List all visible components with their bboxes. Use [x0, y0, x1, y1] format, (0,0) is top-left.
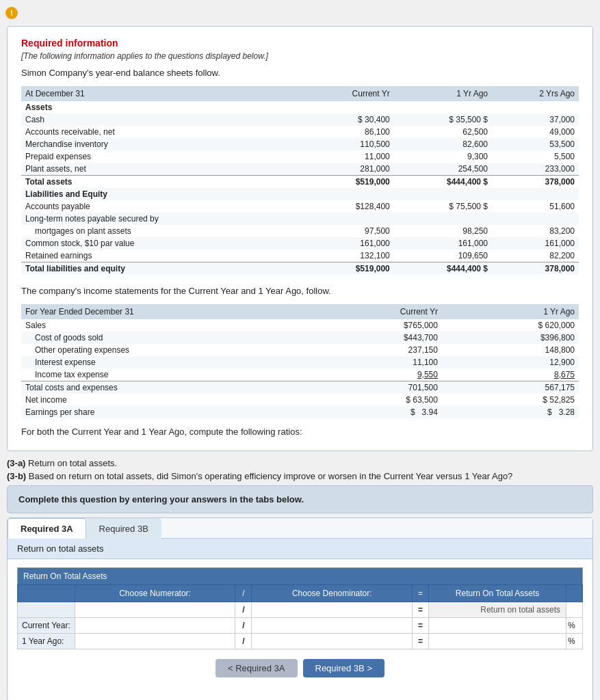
tab-required-3a[interactable]: Required 3A	[8, 518, 86, 539]
col-numerator-header: Choose Numerator:	[75, 585, 235, 602]
nav-buttons-row: < Required 3A Required 3B >	[17, 649, 583, 690]
table-row: Other operating expenses 237,150 148,800	[21, 344, 579, 356]
table-row: Plant assets, net 281,000 254,500 233,00…	[21, 163, 579, 176]
tab-bar: Required 3A Required 3B	[8, 518, 592, 539]
current-denominator-input[interactable]	[255, 620, 409, 631]
prev-button[interactable]: < Required 3A	[216, 659, 297, 677]
answer-table: Return On Total Assets Choose Numerator:…	[17, 567, 583, 649]
liabilities-equity-label: Liabilities and Equity	[21, 188, 302, 200]
questions-section: (3-a) Return on total assets. (3-b) Base…	[7, 458, 593, 481]
total-assets-row: Total assets $519,000 $444,400 $ 378,000	[21, 176, 579, 189]
table-row: Accounts receivable, net 86,100 62,500 4…	[21, 126, 579, 138]
next-button[interactable]: Required 3B >	[303, 659, 384, 677]
one-year-denominator-cell[interactable]	[252, 634, 413, 649]
one-year-numerator-cell[interactable]	[75, 634, 235, 649]
col-denominator-header: Choose Denominator:	[252, 585, 413, 602]
table-row: Prepaid expenses 11,000 9,300 5,500	[21, 150, 579, 163]
q3a-label: (3-a)	[7, 458, 25, 468]
table-row: Earnings per share $ 3.94 $ 3.28	[21, 406, 579, 418]
current-result-cell	[429, 618, 566, 634]
complete-banner: Complete this question by entering your …	[7, 485, 593, 513]
assets-label: Assets	[21, 101, 302, 113]
result-header-row: / = Return on total assets	[18, 602, 583, 618]
required-info-section: Required information [The following info…	[7, 26, 593, 451]
q3b-label: (3-b)	[7, 471, 26, 481]
answer-table-wrapper: Return On Total Assets Choose Numerator:…	[8, 559, 592, 700]
info-icon: !	[5, 7, 18, 19]
q3a-text: Return on total assets.	[28, 458, 117, 468]
table-row: Interest expense 11,100 12,900	[21, 356, 579, 368]
col-div-header: /	[235, 585, 252, 602]
table-row: mortgages on plant assets 97,500 98,250 …	[21, 225, 579, 237]
table-row: Cost of goods sold $443,700 $396,800	[21, 332, 579, 344]
compute-text: For both the Current Year and 1 Year Ago…	[21, 427, 579, 437]
bs-col-date: At December 31	[21, 86, 302, 101]
table-row: Long-term notes payable secured by	[21, 213, 579, 225]
q3b-text: Based on return on total assets, did Sim…	[29, 471, 513, 481]
required-info-title: Required information	[21, 38, 579, 49]
income-statement-table: For Year Ended December 31 Current Yr 1 …	[21, 304, 579, 418]
col-row-label	[18, 585, 75, 602]
current-numerator-cell[interactable]	[75, 618, 235, 634]
one-year-numerator-input[interactable]	[78, 636, 233, 647]
one-year-ago-row: 1 Year Ago: / = %	[18, 634, 583, 649]
result-label: Return on total assets	[429, 602, 566, 618]
one-year-denominator-input[interactable]	[255, 636, 409, 647]
total-costs-row: Total costs and expenses 701,500 567,175	[21, 381, 579, 394]
tab-content: Return on total assets Return On Total A…	[8, 539, 592, 700]
col-eq-header: =	[413, 585, 429, 602]
table-row: Common stock, $10 par value 161,000 161,…	[21, 237, 579, 250]
balance-sheet-table: At December 31 Current Yr 1 Yr Ago 2 Yrs…	[21, 86, 579, 275]
one-year-result-cell	[429, 634, 566, 649]
bs-col-1yr: 1 Yr Ago	[394, 86, 492, 101]
table-row: Retained earnings 132,100 109,650 82,200	[21, 250, 579, 262]
table-row: Accounts payable $128,400 $ 75,500 $ 51,…	[21, 200, 579, 213]
bs-col-current: Current Yr	[302, 86, 394, 101]
one-year-label: 1 Year Ago:	[18, 634, 75, 649]
answer-table-title: Return On Total Assets	[18, 568, 583, 585]
table-row: Income tax expense 9,550 8,675	[21, 368, 579, 381]
tab-required-3b[interactable]: Required 3B	[86, 518, 161, 539]
current-denominator-cell[interactable]	[252, 618, 413, 634]
table-row: Net income $ 63,500 $ 52,825	[21, 394, 579, 406]
income-intro: The company's income statements for the …	[21, 286, 579, 296]
tabs-container: Required 3A Required 3B Return on total …	[7, 517, 593, 700]
current-numerator-input[interactable]	[78, 620, 233, 631]
col-result-header: Return On Total Assets	[429, 585, 566, 602]
total-liabilities-row: Total liabilities and equity $519,000 $4…	[21, 262, 579, 275]
current-year-row: Current Year: / = %	[18, 618, 583, 634]
current-year-label: Current Year:	[18, 618, 75, 634]
col-percent-header	[566, 585, 583, 602]
bs-col-2yr: 2 Yrs Ago	[492, 86, 579, 101]
italic-note: [The following information applies to th…	[21, 51, 579, 61]
table-row: Sales $765,000 $ 620,000	[21, 319, 579, 332]
table-row: Merchandise inventory 110,500 82,600 53,…	[21, 138, 579, 150]
tab-section-title: Return on total assets	[8, 539, 592, 559]
table-row: Cash $ 30,400 $ 35,500 $ 37,000	[21, 113, 579, 126]
intro-text: Simon Company's year-end balance sheets …	[21, 68, 579, 78]
